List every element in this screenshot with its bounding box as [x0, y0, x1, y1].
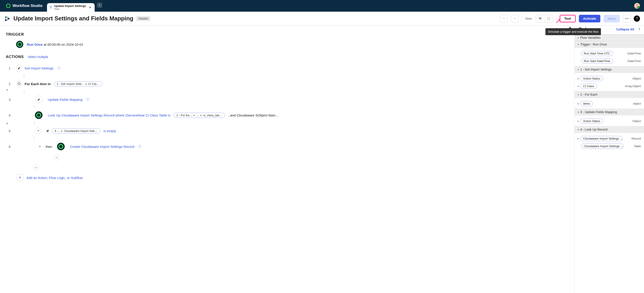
- svg-rect-10: [540, 17, 542, 18]
- caret-right-icon[interactable]: ▸: [578, 102, 579, 105]
- status-badge: Inactive: [136, 16, 150, 21]
- step-row[interactable]: 6 then Create Cloudaware Import Settings…: [6, 141, 572, 152]
- step-row[interactable]: 5 If 4 … ▸ Cloudaware Import Sett… is em…: [6, 125, 572, 137]
- data-row[interactable]: ▸ Action Status Object: [581, 75, 641, 82]
- save-button[interactable]: Save: [604, 15, 620, 23]
- select-multiple-link[interactable]: Select multiple: [28, 55, 48, 59]
- svg-point-12: [547, 17, 548, 18]
- help-button[interactable]: ?: [634, 16, 640, 22]
- step-label: Look Up Cloudaware Import Settings Recor…: [48, 113, 170, 117]
- trigger-label: Run Once: [27, 43, 43, 46]
- save-label: Save: [608, 17, 616, 20]
- caret-down-icon: ▾: [578, 43, 579, 46]
- step-number: 1: [6, 66, 14, 70]
- help-icon[interactable]: ⓘ: [58, 66, 60, 70]
- tab-add-button[interactable]: +: [97, 3, 102, 8]
- avatar[interactable]: [634, 3, 640, 9]
- redo-button[interactable]: [511, 15, 518, 23]
- tab-label: Update Import Settings: [54, 5, 86, 8]
- step-row[interactable]: 1 Get Import Settings ⓘ: [6, 62, 572, 74]
- trigger-row[interactable]: Run Once at 00:00:00 on 2024-10-01: [16, 41, 572, 48]
- svg-point-15: [549, 19, 550, 20]
- group-header[interactable]: ▾ 4 - Look Up Record: [575, 126, 644, 133]
- data-row[interactable]: ▸ items object: [581, 100, 641, 107]
- group-header[interactable]: ▾ 1 - Get Import Settings: [575, 66, 644, 73]
- view-tree-button[interactable]: [536, 15, 544, 22]
- svg-point-14: [547, 19, 548, 20]
- chevron-right-icon[interactable]: [638, 27, 641, 31]
- svg-point-2: [51, 6, 52, 7]
- add-inline-button[interactable]: ＋: [54, 155, 59, 160]
- then-dot-icon: [39, 146, 41, 147]
- data-pill[interactable]: 4 … ▸ Cloudaware Import Sett…: [52, 128, 100, 134]
- step-row[interactable]: 2 For Each Item in 1 - Get Import Setti……: [6, 78, 572, 90]
- svg-point-5: [635, 7, 639, 9]
- help-icon[interactable]: ⓘ: [86, 97, 89, 102]
- group-header[interactable]: ▾ 2 - For Each: [575, 91, 644, 98]
- caret-right-icon[interactable]: ▸: [578, 77, 579, 80]
- step-row[interactable]: 4 Look Up Cloudaware Import Settings Rec…: [6, 109, 572, 121]
- actions-section-title: ACTIONS: [6, 55, 24, 59]
- add-action-row[interactable]: + Add an Action, Flow Logic, or Subflow: [16, 174, 572, 181]
- action-node-icon: [35, 96, 42, 103]
- tab-sublabel: Flow: [54, 8, 86, 10]
- tab-close-icon[interactable]: ✕: [88, 6, 92, 9]
- caret-right-icon[interactable]: ▸: [578, 137, 579, 140]
- step-label: Create Cloudaware Import Settings Record: [70, 145, 134, 149]
- data-row[interactable]: ▸ Cloudaware Import Settings … Record: [581, 135, 641, 142]
- test-button[interactable]: Test: [560, 15, 576, 23]
- trigger-time: at 00:00:00 on 2024-10-01: [43, 43, 83, 46]
- condition-text: is empty: [104, 129, 116, 133]
- caret-down-icon: ▾: [578, 111, 579, 113]
- data-pill[interactable]: CI Class: [580, 84, 597, 89]
- help-icon[interactable]: ⓘ: [138, 144, 141, 149]
- caret-down-icon: ▾: [578, 93, 579, 96]
- data-pill[interactable]: Action Status: [580, 76, 603, 81]
- view-diagram-button[interactable]: [544, 15, 553, 22]
- activate-label: Activate: [583, 17, 596, 20]
- caret-right-icon[interactable]: ▸: [578, 85, 579, 87]
- collapse-all-link[interactable]: Collapse All: [616, 28, 634, 31]
- tabs-strip: Update Import Settings Flow ✕ +: [47, 0, 102, 12]
- type-label: Table: [634, 144, 641, 148]
- top-bar: Workflow Studio Update Import Settings F…: [0, 0, 644, 12]
- view-label: View:: [525, 17, 532, 20]
- group-label: Flow Variables: [580, 36, 600, 40]
- add-inline-button[interactable]: ＋: [33, 164, 39, 170]
- caret-down-icon: ▾: [578, 128, 579, 131]
- data-row[interactable]: ▸ Action Status Object: [581, 117, 641, 125]
- more-button[interactable]: •••: [623, 15, 630, 23]
- foreach-prefix: For Each Item in: [24, 82, 51, 86]
- svg-point-13: [549, 17, 550, 18]
- group-header[interactable]: ▾ Trigger - Run Once: [575, 41, 644, 48]
- lookup-node-icon: [35, 111, 42, 119]
- step-number: 2: [6, 82, 14, 86]
- svg-point-3: [50, 8, 51, 8]
- caret-down-icon: ▾: [578, 68, 579, 71]
- data-pill[interactable]: Action Status: [580, 119, 603, 124]
- data-row[interactable]: ▸ CI Class Array.Object: [581, 82, 641, 90]
- data-pill[interactable]: Cloudaware Import Settings …: [581, 144, 624, 149]
- activate-button[interactable]: Activate: [579, 15, 600, 23]
- data-pill[interactable]: Run Start Time UTC: [581, 51, 613, 56]
- svg-point-1: [50, 6, 50, 7]
- data-pill[interactable]: Run Start Date/Time: [581, 59, 613, 64]
- data-pill[interactable]: items: [580, 101, 593, 106]
- caret-right-icon[interactable]: ▸: [578, 120, 579, 122]
- step-row[interactable]: 3 Update Fields Mapping ⓘ: [6, 94, 572, 105]
- view-toggle: [536, 15, 553, 23]
- data-pill[interactable]: 2 - For Ea… ▸ … ▸ ci_class_tab…: [174, 113, 225, 118]
- data-row[interactable]: Run Start Time UTC Date/Time: [581, 50, 641, 57]
- undo-button[interactable]: [500, 15, 508, 23]
- svg-point-7: [5, 19, 6, 21]
- data-pill[interactable]: 1 - Get Import Setti… ▸ CI Cla…: [54, 81, 102, 87]
- group-label: 1 - Get Import Settings: [580, 68, 612, 71]
- trigger-section-title: TRIGGER: [6, 32, 572, 37]
- group-header[interactable]: ▸ Flow Variables: [575, 34, 644, 41]
- group-header[interactable]: ▾ 3 - Update Fields Mapping: [575, 109, 644, 115]
- tab-flow[interactable]: Update Import Settings Flow ✕: [47, 3, 95, 12]
- data-row[interactable]: Run Start Date/Time Date/Time: [581, 57, 641, 65]
- data-pill[interactable]: Cloudaware Import Settings …: [580, 136, 623, 141]
- data-panel: Data Collapse All ▸ Flow Variables ▾ Tri…: [574, 26, 644, 293]
- data-row[interactable]: Cloudaware Import Settings … Table: [581, 142, 641, 150]
